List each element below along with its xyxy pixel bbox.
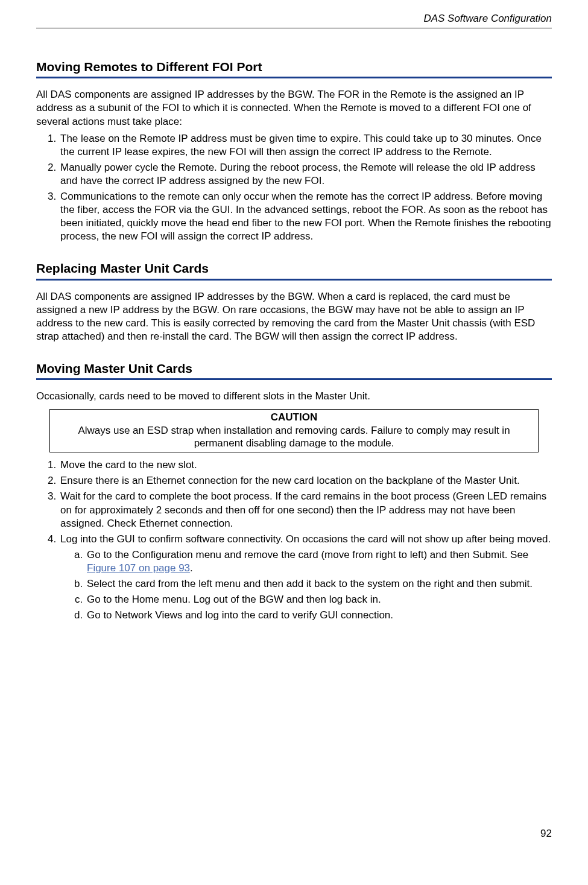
list-item: Go to the Home menu. Log out of the BGW … <box>86 593 552 606</box>
list-item-text: . <box>190 562 193 574</box>
heading-moving-remotes: Moving Remotes to Different FOI Port <box>36 59 552 78</box>
section3-list: Move the card to the new slot. Ensure th… <box>36 458 552 622</box>
section3-sublist: Go to the Configuration menu and remove … <box>60 548 552 622</box>
section3-intro: Occasionally, cards need to be moved to … <box>36 390 552 403</box>
list-item: Go to the Configuration menu and remove … <box>86 548 552 575</box>
caution-box: CAUTION Always use an ESD strap when ins… <box>49 409 539 452</box>
section1-intro: All DAS components are assigned IP addre… <box>36 88 552 128</box>
list-item: Go to Network Views and log into the car… <box>86 609 552 622</box>
section2-para: All DAS components are assigned IP addre… <box>36 290 552 343</box>
page-number: 92 <box>36 827 552 840</box>
caution-label: CAUTION <box>61 411 527 423</box>
caution-text: Always use an ESD strap when installatio… <box>78 425 510 449</box>
list-item: Log into the GUI to confirm software con… <box>59 533 552 623</box>
list-item-text: Go to the Configuration menu and remove … <box>87 549 528 560</box>
heading-replacing-cards: Replacing Master Unit Cards <box>36 260 552 280</box>
heading-moving-cards: Moving Master Unit Cards <box>36 360 552 380</box>
list-item-text: Log into the GUI to confirm software con… <box>60 533 551 545</box>
list-item: The lease on the Remote IP address must … <box>59 132 552 159</box>
list-item: Ensure there is an Ethernet connection f… <box>59 474 552 487</box>
list-item: Wait for the card to complete the boot p… <box>59 490 552 530</box>
list-item: Manually power cycle the Remote. During … <box>59 161 552 188</box>
list-item: Move the card to the new slot. <box>59 458 552 472</box>
section1-list: The lease on the Remote IP address must … <box>36 132 552 244</box>
list-item: Communications to the remote can only oc… <box>59 190 552 243</box>
page-header: DAS Software Configuration <box>36 12 552 28</box>
figure-link[interactable]: Figure 107 on page 93 <box>87 562 190 574</box>
list-item: Select the card from the left menu and t… <box>86 577 552 591</box>
